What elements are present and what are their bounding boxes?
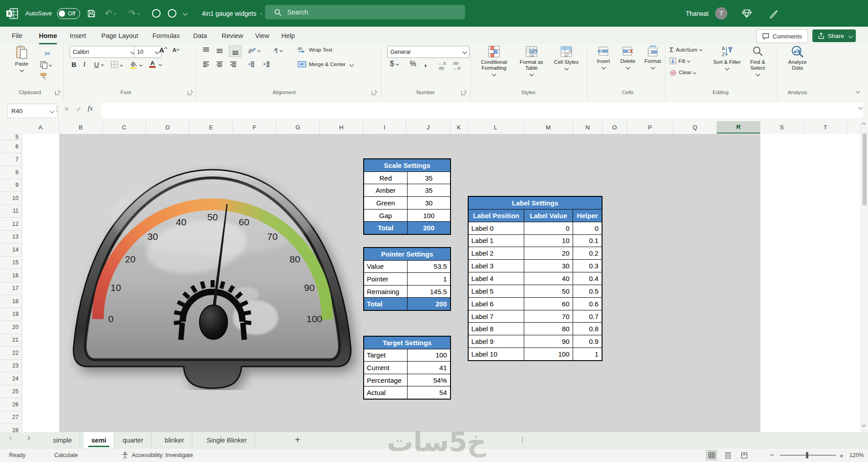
cut-button[interactable]: ✂	[42, 48, 53, 59]
table-cell[interactable]: 35	[407, 184, 450, 196]
sheet-tab-quarter[interactable]: quarter	[115, 432, 152, 448]
tab-help[interactable]: Help	[280, 27, 296, 44]
table-cell[interactable]: Label 4	[469, 272, 524, 285]
table-cell[interactable]: 0.5	[573, 285, 602, 297]
column-header-M[interactable]: M	[524, 121, 573, 133]
clear-button[interactable]: Clear	[669, 69, 696, 76]
zoom-level[interactable]: 120%	[849, 448, 864, 462]
table-cell[interactable]: 50	[524, 285, 573, 297]
table-cell[interactable]: 0.1	[573, 235, 602, 247]
table-title[interactable]: Target Settings	[364, 337, 450, 349]
save-button[interactable]	[87, 0, 96, 27]
table-cell[interactable]: 0.2	[573, 247, 602, 259]
percent-style-button[interactable]: %	[410, 60, 416, 68]
name-box[interactable]: R40	[7, 104, 58, 118]
table-cell[interactable]: 80	[524, 323, 573, 335]
row-header-18[interactable]: 18	[0, 295, 22, 308]
row-header-14[interactable]: 14	[0, 243, 22, 257]
tab-page-layout[interactable]: Page Layout	[100, 27, 139, 44]
row-header-13[interactable]: 13	[0, 231, 22, 244]
row-header-7[interactable]: 7	[0, 153, 22, 167]
scroll-up-arrow[interactable]	[863, 123, 865, 126]
sheet-tab-blinker[interactable]: blinker	[157, 432, 192, 448]
italic-button[interactable]: I	[83, 61, 85, 68]
enter-entry-button[interactable]: ✓	[76, 105, 82, 113]
align-bottom-button[interactable]	[229, 45, 242, 57]
tab-home[interactable]: Home	[38, 27, 58, 44]
align-top-button[interactable]	[203, 47, 209, 54]
table-cell[interactable]: 100	[407, 210, 450, 222]
column-header-A[interactable]: A	[22, 121, 59, 133]
row-header-24[interactable]: 24	[0, 372, 22, 386]
row-header-27[interactable]: 27	[0, 411, 22, 424]
insert-function-button[interactable]: fx	[88, 105, 93, 112]
paste-button[interactable]: Paste	[10, 45, 33, 71]
table-cell[interactable]: 70	[524, 310, 573, 323]
row-header-12[interactable]: 12	[0, 218, 22, 231]
table-cell[interactable]: 60	[524, 298, 573, 310]
row-header-15[interactable]: 15	[0, 257, 22, 270]
align-center-button[interactable]	[216, 61, 223, 67]
row-header-26[interactable]: 26	[0, 398, 22, 411]
column-header-N[interactable]: N	[573, 121, 602, 133]
autosum-button[interactable]: Σ AutoSum	[669, 46, 702, 53]
table-cell[interactable]: 30	[407, 197, 450, 209]
analyze-data-button[interactable]: Analyze Data	[783, 45, 811, 71]
column-header-C[interactable]: C	[103, 121, 146, 133]
text-direction-button[interactable]: ›¶	[273, 47, 282, 54]
table-cell[interactable]: 54%	[407, 374, 450, 386]
pointer-settings-table[interactable]: Pointer SettingsValue53.5Pointer1Remaini…	[363, 247, 451, 311]
font-dialog-launcher[interactable]	[188, 90, 192, 95]
table-cell[interactable]: Target	[364, 349, 407, 362]
row-header-20[interactable]: 20	[0, 321, 22, 334]
zoom-in-button[interactable]: +	[840, 448, 844, 462]
row-header-6[interactable]: 6	[0, 140, 22, 153]
orientation-button[interactable]: ab	[247, 46, 260, 54]
table-cell[interactable]: 0.3	[573, 260, 602, 272]
row-header-21[interactable]: 21	[0, 334, 22, 347]
table-cell[interactable]: Label 7	[469, 310, 524, 323]
feedback-pen-button[interactable]	[769, 0, 779, 27]
table-cell[interactable]: Value	[364, 261, 407, 273]
vertical-scrollbar[interactable]	[861, 121, 868, 432]
table-cell[interactable]: 0.6	[573, 298, 602, 310]
table-cell[interactable]: Label 0	[469, 222, 524, 234]
tab-view[interactable]: View	[254, 27, 270, 44]
sort-filter-button[interactable]: AZ Sort & Filter	[713, 45, 741, 70]
autosave-toggle[interactable]: Off	[57, 0, 80, 27]
table-cell[interactable]: 41	[407, 362, 450, 374]
column-header-I[interactable]: I	[363, 121, 406, 133]
table-cell[interactable]: Red	[364, 172, 407, 184]
align-middle-button[interactable]	[216, 47, 223, 54]
table-cell[interactable]: 90	[524, 335, 573, 348]
table-cell[interactable]: Pointer	[364, 273, 407, 285]
column-header-F[interactable]: F	[233, 121, 276, 133]
table-cell[interactable]: 1	[573, 348, 602, 360]
row-header-11[interactable]: 11	[0, 205, 22, 218]
status-calculate[interactable]: Calculate	[54, 448, 78, 462]
table-cell[interactable]: Label 3	[469, 260, 524, 272]
sheet-tab-semi[interactable]: semi	[84, 432, 114, 448]
row-header-19[interactable]: 19	[0, 308, 22, 321]
number-format-select[interactable]: General	[387, 46, 470, 58]
table-cell[interactable]: Remaining	[364, 286, 407, 298]
user-name[interactable]: Tharwat	[686, 0, 709, 27]
qat-pen-button[interactable]	[152, 0, 161, 27]
table-title[interactable]: Scale Settings	[364, 159, 450, 171]
row-header-5[interactable]: 5	[0, 134, 22, 140]
fill-color-button[interactable]	[129, 61, 142, 69]
table-cell[interactable]: Label 6	[469, 298, 524, 310]
tab-review[interactable]: Review	[221, 27, 244, 44]
row-header-9[interactable]: 9	[0, 179, 22, 192]
tab-insert[interactable]: Insert	[69, 27, 87, 44]
share-button[interactable]: Share	[812, 29, 856, 42]
table-cell[interactable]: Label 9	[469, 335, 524, 348]
table-cell[interactable]: Label 1	[469, 235, 524, 247]
row-header-25[interactable]: 25	[0, 386, 22, 399]
zoom-out-button[interactable]: −	[770, 448, 774, 462]
table-cell[interactable]: 53.5	[407, 261, 450, 273]
expand-formula-bar-button[interactable]	[859, 106, 862, 109]
table-footer-label[interactable]: Total	[364, 222, 407, 234]
row-header-23[interactable]: 23	[0, 360, 22, 373]
table-title[interactable]: Label Settings	[469, 197, 602, 209]
